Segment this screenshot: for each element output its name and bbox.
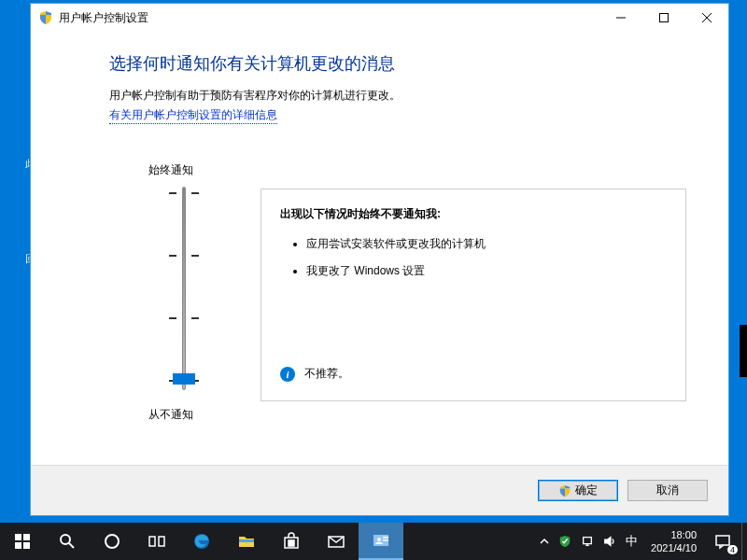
uac-taskbar-item[interactable]: [359, 523, 403, 560]
action-center-button[interactable]: 4: [704, 523, 741, 560]
svg-rect-13: [289, 540, 291, 543]
svg-rect-16: [292, 544, 295, 547]
cancel-button-label: 取消: [656, 483, 679, 498]
maximize-button[interactable]: [642, 4, 685, 32]
svg-rect-7: [149, 537, 155, 546]
clock[interactable]: 18:00 2021/4/10: [643, 528, 704, 555]
show-desktop-button[interactable]: [741, 523, 747, 560]
info-note: 不推荐。: [304, 366, 349, 382]
ime-indicator[interactable]: 中: [626, 533, 638, 550]
chevron-up-icon[interactable]: [540, 537, 549, 546]
slider-label-top: 始终通知: [148, 162, 242, 178]
svg-point-5: [61, 535, 70, 544]
cortana-button[interactable]: [90, 523, 134, 560]
svg-point-19: [377, 538, 381, 541]
close-button[interactable]: [685, 4, 728, 32]
info-icon: i: [280, 367, 295, 382]
clock-time: 18:00: [651, 528, 697, 541]
ok-button[interactable]: 确定: [538, 480, 618, 501]
slider-tick: [191, 317, 199, 319]
titlebar[interactable]: 用户帐户控制设置: [31, 4, 728, 32]
file-explorer-icon[interactable]: [224, 523, 269, 560]
info-list: 应用尝试安装软件或更改我的计算机 我更改了 Windows 设置: [280, 235, 667, 280]
window-footer: 确定 取消: [31, 465, 728, 515]
slider-thumb[interactable]: [173, 373, 195, 385]
slider-tick: [191, 192, 199, 194]
svg-rect-8: [159, 537, 164, 546]
info-list-item: 应用尝试安装软件或更改我的计算机: [306, 235, 667, 253]
info-heading: 出现以下情况时始终不要通知我:: [280, 206, 667, 222]
svg-rect-4: [23, 542, 30, 549]
mail-icon[interactable]: [314, 523, 359, 560]
window-title: 用户帐户控制设置: [59, 10, 148, 26]
ok-button-label: 确定: [575, 483, 598, 498]
svg-rect-1: [15, 534, 21, 540]
slider-tick: [169, 255, 176, 257]
uac-window: 用户帐户控制设置 选择何时通知你有关计算机更改的消息 用户帐户控制有助于预防有害…: [31, 4, 728, 515]
info-list-item: 我更改了 Windows 设置: [306, 262, 667, 280]
slider-label-bottom: 从不通知: [148, 407, 242, 423]
minimize-button[interactable]: [599, 4, 642, 32]
shield-icon: [558, 484, 571, 497]
shield-icon: [38, 10, 53, 25]
cancel-button[interactable]: 取消: [627, 480, 708, 501]
svg-rect-21: [383, 539, 388, 541]
info-box: 出现以下情况时始终不要通知我: 应用尝试安装软件或更改我的计算机 我更改了 Wi…: [261, 189, 686, 401]
svg-rect-22: [584, 538, 592, 544]
description-text: 用户帐户控制有助于预防有害程序对你的计算机进行更改。: [109, 88, 693, 104]
taskbar: 中 18:00 2021/4/10 4: [0, 523, 747, 560]
svg-rect-15: [289, 544, 291, 547]
svg-rect-0: [660, 14, 669, 22]
slider-tick: [169, 317, 176, 319]
task-view-button[interactable]: [134, 523, 179, 560]
system-tray[interactable]: 中: [534, 533, 643, 550]
search-button[interactable]: [45, 523, 90, 560]
svg-rect-2: [23, 534, 30, 540]
side-rail: [740, 325, 747, 377]
svg-rect-23: [716, 536, 729, 545]
volume-tray-icon[interactable]: [603, 535, 616, 548]
window-content: 选择何时通知你有关计算机更改的消息 用户帐户控制有助于预防有害程序对你的计算机进…: [31, 32, 728, 465]
edge-icon[interactable]: [179, 523, 224, 560]
svg-rect-14: [292, 540, 295, 543]
page-heading: 选择何时通知你有关计算机更改的消息: [109, 52, 693, 75]
help-link[interactable]: 有关用户帐户控制设置的详细信息: [109, 107, 277, 124]
slider-tick: [191, 255, 199, 257]
security-tray-icon[interactable]: [558, 535, 571, 548]
notification-badge: 4: [727, 545, 738, 554]
slider-tick: [169, 192, 176, 194]
network-tray-icon[interactable]: [581, 535, 594, 548]
svg-point-6: [106, 535, 119, 548]
store-icon[interactable]: [269, 523, 314, 560]
clock-date: 2021/4/10: [651, 541, 697, 554]
start-button[interactable]: [0, 523, 45, 560]
svg-rect-11: [239, 539, 254, 542]
slider-track[interactable]: [182, 187, 186, 390]
svg-rect-20: [383, 537, 388, 539]
svg-rect-3: [15, 542, 21, 549]
